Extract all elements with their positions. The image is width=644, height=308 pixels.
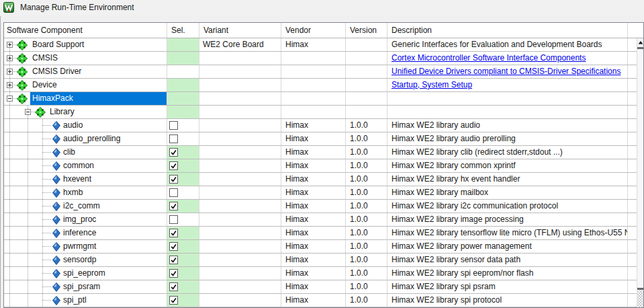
vendor-cell: Himax <box>281 173 346 186</box>
description-link[interactable]: Cortex Microcontroller Software Interfac… <box>392 53 586 63</box>
column-header-description[interactable]: Description <box>387 23 628 38</box>
description-link[interactable]: Unified Device Drivers compliant to CMSI… <box>392 67 620 76</box>
expand-icon[interactable] <box>7 82 13 88</box>
version-cell: 1.0.0 <box>346 159 387 172</box>
software-component-cell: Library <box>4 106 167 118</box>
description-text: Himax WE2 library power management <box>392 241 532 251</box>
description-cell: Himax WE2 library mailbox <box>387 186 628 199</box>
row-filler-cell <box>628 173 637 186</box>
select-checkbox-checked[interactable] <box>169 282 178 291</box>
variant-cell <box>199 132 281 145</box>
variant-cell <box>199 119 281 132</box>
window-title: Manage Run-Time Environment <box>20 0 134 15</box>
table-row[interactable]: inferenceU55Himax1.0.0Himax WE2 library … <box>4 227 637 240</box>
select-checkbox-checked[interactable] <box>169 256 178 264</box>
scroll-up-button[interactable] <box>637 38 643 47</box>
table-row[interactable]: spi_eepromHimax1.0.0Himax WE2 library sp… <box>4 267 637 280</box>
row-filler-cell <box>628 65 637 78</box>
description-cell: Himax WE2 library clib (redirect stderr,… <box>387 146 628 159</box>
table-row[interactable]: commonHimax1.0.0Himax WE2 library common… <box>4 159 637 173</box>
table-row[interactable]: img_procHimax1.0.0Himax WE2 library imag… <box>4 213 637 227</box>
software-component-cell: clib <box>4 146 167 159</box>
table-row[interactable]: i2c_commHimax1.0.0Himax WE2 library i2c … <box>4 200 637 213</box>
table-row[interactable]: clibhook and retargetHimax1.0.0Himax WE2… <box>4 146 637 159</box>
table-row[interactable]: pwrmgmtHimax1.0.0Himax WE2 library power… <box>4 240 637 254</box>
selected-row-highlight[interactable]: HimaxPack <box>30 92 167 105</box>
component-label: Device <box>32 79 57 91</box>
collapse-icon[interactable] <box>25 109 31 115</box>
sel-cell <box>167 213 199 226</box>
description-link[interactable]: Startup, System Setup <box>392 80 472 89</box>
table-row[interactable]: audio_prerollingHimax1.0.0Himax WE2 libr… <box>4 132 637 146</box>
collapse-icon[interactable] <box>7 95 13 102</box>
title-bar[interactable]: Manage Run-Time Environment <box>0 0 644 15</box>
arrow-up-icon <box>637 38 644 47</box>
software-component-cell: audio_prerolling <box>4 132 167 145</box>
table-row[interactable]: DeviceStartup, System Setup <box>4 79 637 92</box>
expand-icon[interactable] <box>7 42 13 48</box>
column-header-version[interactable]: Version <box>346 23 387 38</box>
select-checkbox-checked[interactable] <box>169 175 178 184</box>
variant-cell <box>199 267 281 280</box>
column-header-variant[interactable]: Variant <box>199 23 281 38</box>
description-cell: Himax WE2 library common xprintf <box>387 159 628 172</box>
table-row[interactable]: spi_psramHimax1.0.0Himax WE2 library spi… <box>4 280 637 294</box>
sel-cell <box>167 173 199 186</box>
module-icon <box>52 148 60 157</box>
sel-cell <box>167 200 199 213</box>
version-cell <box>346 79 387 91</box>
select-checkbox-checked[interactable] <box>169 161 178 170</box>
description-cell: Cortex Microcontroller Software Interfac… <box>387 52 628 65</box>
select-checkbox-unchecked[interactable] <box>169 188 178 197</box>
select-checkbox-checked[interactable] <box>169 269 178 278</box>
version-cell: 1.0.0 <box>346 267 387 280</box>
window-resize-grip[interactable] <box>637 291 643 307</box>
table-row[interactable]: hxmbHimax1.0.0Himax WE2 library mailbox <box>4 186 637 200</box>
table-body: Board SupportWE2 Core BoardHimaxGeneric … <box>4 38 643 307</box>
row-filler-cell <box>628 240 637 253</box>
column-header-vendor[interactable]: Vendor <box>281 23 346 38</box>
version-cell: 1.0.0 <box>346 200 387 213</box>
table-row[interactable]: CMSISCortex Microcontroller Software Int… <box>4 52 637 65</box>
software-component-cell: CMSIS <box>4 52 167 65</box>
description-text: Himax WE2 library tensorflow lite micro … <box>392 228 628 237</box>
select-checkbox-unchecked[interactable] <box>169 215 178 224</box>
description-text: Himax WE2 library audio prerolling <box>392 134 516 143</box>
software-component-cell: spi_psram <box>4 280 167 293</box>
variant-cell <box>199 65 281 78</box>
table-row[interactable]: audioHimax1.0.0Himax WE2 library audio <box>4 119 637 132</box>
select-checkbox-checked[interactable] <box>169 202 178 210</box>
table-row[interactable]: hxeventHimax1.0.0Himax WE2 library hx ev… <box>4 173 637 186</box>
column-header-sel[interactable]: Sel. <box>167 23 199 38</box>
module-icon <box>52 282 60 292</box>
table-row[interactable]: sensordpHimax1.0.0Himax WE2 library sens… <box>4 254 637 267</box>
component-label: CMSIS Driver <box>32 65 81 78</box>
sel-cell <box>167 280 199 293</box>
expand-icon[interactable] <box>7 55 13 61</box>
variant-cell <box>199 200 281 213</box>
component-label: spi_psram <box>63 280 100 293</box>
variant-cell <box>199 52 281 65</box>
table-row[interactable]: Library <box>4 106 637 119</box>
sel-cell <box>167 146 199 159</box>
expand-icon[interactable] <box>7 69 13 75</box>
select-checkbox-checked[interactable] <box>169 229 178 237</box>
vendor-cell: Himax <box>281 267 346 280</box>
select-checkbox-unchecked[interactable] <box>169 121 178 130</box>
description-cell: Unified Device Drivers compliant to CMSI… <box>387 65 628 78</box>
select-checkbox-checked[interactable] <box>169 296 178 305</box>
select-checkbox-checked[interactable] <box>169 148 178 157</box>
table-row[interactable]: CMSIS DriverUnified Device Drivers compl… <box>4 65 637 79</box>
table-row[interactable]: spi_ptlHimax1.0.0Himax WE2 library spi p… <box>4 294 637 307</box>
software-component-cell: hxevent <box>4 173 167 186</box>
column-header-software-component[interactable]: Software Component <box>4 23 167 38</box>
software-component-cell: inference <box>4 227 167 239</box>
description-text: Himax WE2 library image processing <box>392 215 524 224</box>
table-row[interactable]: Board SupportWE2 Core BoardHimaxGeneric … <box>4 38 637 52</box>
vertical-scrollbar[interactable] <box>637 38 643 291</box>
select-checkbox-unchecked[interactable] <box>169 134 178 143</box>
description-text: Himax WE2 library i2c communication prot… <box>392 201 558 210</box>
scrollbar-thumb[interactable] <box>637 47 643 290</box>
select-checkbox-checked[interactable] <box>169 242 178 251</box>
table-row[interactable]: HimaxPack <box>4 92 637 106</box>
